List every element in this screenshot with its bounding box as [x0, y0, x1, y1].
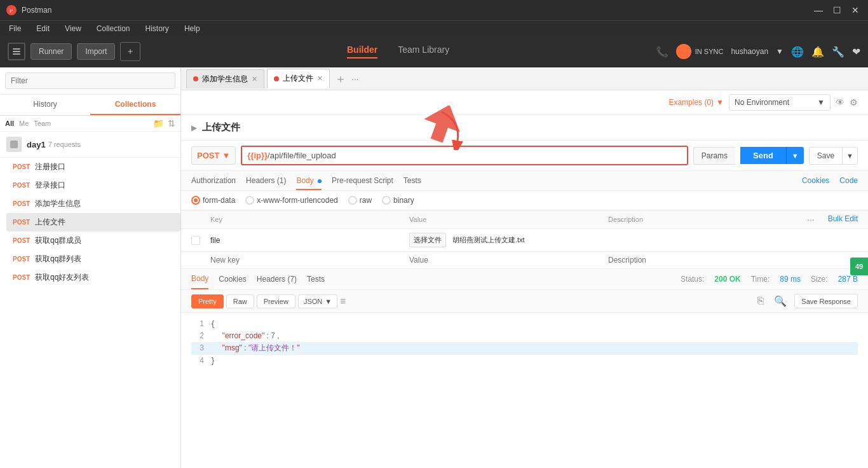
response-tab-headers[interactable]: Headers (7): [257, 270, 297, 289]
menu-help[interactable]: Help: [182, 24, 203, 33]
copy-icon[interactable]: ⎘: [755, 294, 766, 308]
import-button[interactable]: Import: [77, 43, 115, 60]
preview-btn[interactable]: Preview: [257, 294, 295, 308]
format-select[interactable]: JSON ▼: [298, 294, 337, 308]
bulk-edit-btn[interactable]: Bulk Edit: [828, 214, 858, 224]
more-icon[interactable]: ···: [807, 214, 815, 224]
globe-icon[interactable]: 🌐: [791, 46, 804, 58]
request-tab-1[interactable]: 上传文件 ✕: [267, 69, 330, 88]
json-brace: }: [212, 355, 214, 367]
close-btn[interactable]: ✕: [849, 5, 862, 15]
user-dropdown-icon[interactable]: ▼: [776, 47, 783, 56]
list-item[interactable]: POST 获取qq群成员: [6, 231, 180, 250]
menu-history[interactable]: History: [143, 24, 172, 33]
list-item[interactable]: POST 添加学生信息: [6, 195, 180, 213]
radio-binary[interactable]: binary: [382, 196, 414, 205]
radio-urlencoded[interactable]: x-www-form-urlencoded: [245, 196, 337, 205]
filter-all[interactable]: All: [5, 120, 14, 127]
tab-collections[interactable]: Collections: [90, 95, 180, 115]
raw-btn[interactable]: Raw: [226, 294, 254, 308]
row-key[interactable]: file: [210, 236, 409, 245]
eye-icon[interactable]: 👁: [836, 97, 844, 107]
settings-icon[interactable]: ⚙: [850, 97, 858, 107]
json-content: "msg" : "请上传文件！": [212, 342, 299, 354]
more-tabs-button[interactable]: ···: [349, 74, 362, 84]
wrench-icon[interactable]: 🔧: [832, 46, 844, 58]
list-item[interactable]: POST 获取qq群列表: [6, 250, 180, 268]
request-tabs: 添加学生信息 ✕ 上传文件 ✕ ＋ ···: [181, 67, 868, 90]
list-item[interactable]: POST 获取qq好友列表: [6, 268, 180, 287]
json-content: "error_code" : 7 ,: [212, 330, 280, 342]
phone-icon[interactable]: 📞: [656, 46, 668, 58]
cookies-link[interactable]: Cookies: [802, 176, 829, 185]
json-value: "请上传文件！": [248, 343, 300, 352]
title-bar-controls[interactable]: — ☐ ✕: [811, 5, 862, 15]
tab-builder[interactable]: Builder: [347, 45, 377, 59]
new-tab-button[interactable]: ＋: [120, 42, 140, 61]
response-tab-body[interactable]: Body: [191, 269, 208, 289]
code-link[interactable]: Code: [839, 176, 858, 185]
tab-authorization[interactable]: Authorization: [191, 171, 236, 190]
tab-pre-request[interactable]: Pre-request Script: [332, 171, 393, 190]
tab-tests[interactable]: Tests: [403, 171, 421, 190]
search-icon[interactable]: 🔍: [771, 294, 789, 308]
new-desc-input[interactable]: [608, 256, 807, 265]
heart-icon[interactable]: ❤: [852, 46, 860, 58]
examples-link[interactable]: Examples (0) ▼: [668, 98, 724, 107]
send-button[interactable]: Send: [740, 147, 786, 164]
collection-header[interactable]: day1 7 requests: [0, 132, 180, 158]
new-value-input[interactable]: [409, 256, 608, 265]
tab-close-btn[interactable]: ✕: [317, 74, 323, 83]
radio-form-data[interactable]: form-data: [191, 196, 235, 205]
filter-me[interactable]: Me: [19, 120, 29, 127]
list-item[interactable]: POST 注册接口: [6, 158, 180, 176]
sort-icon[interactable]: ⇅: [168, 118, 175, 128]
tab-team-library[interactable]: Team Library: [398, 45, 449, 59]
params-button[interactable]: Params: [693, 147, 735, 165]
save-button[interactable]: Save: [809, 147, 842, 165]
list-item-active[interactable]: POST 上传文件: [6, 213, 180, 231]
url-input-box[interactable]: {{ip}} /api/file/file_upload: [241, 146, 688, 165]
pretty-btn[interactable]: Pretty: [191, 294, 224, 308]
menu-file[interactable]: File: [6, 24, 24, 33]
radio-raw[interactable]: raw: [348, 196, 372, 205]
row-value: 选择文件 胡绍燕测试上传文建.txt: [409, 233, 608, 247]
add-tab-button[interactable]: ＋: [332, 71, 349, 86]
save-dropdown-button[interactable]: ▼: [842, 147, 858, 165]
minimize-btn[interactable]: —: [811, 5, 825, 15]
row-checkbox[interactable]: [191, 236, 210, 245]
menu-edit[interactable]: Edit: [34, 24, 52, 33]
sidebar-toggle-btn[interactable]: [8, 43, 25, 60]
runner-button[interactable]: Runner: [31, 43, 72, 60]
send-dropdown-button[interactable]: ▼: [786, 147, 804, 164]
tab-close-btn[interactable]: ✕: [252, 75, 257, 83]
env-bar: Examples (0) ▼ No Environment ▼ 👁 ⚙: [181, 90, 868, 115]
filter-team[interactable]: Team: [34, 120, 51, 127]
response-tab-tests[interactable]: Tests: [307, 270, 325, 289]
bell-icon[interactable]: 🔔: [811, 46, 824, 58]
collapse-arrow-icon[interactable]: ▶: [191, 123, 197, 132]
menu-collection[interactable]: Collection: [94, 24, 133, 33]
menu-view[interactable]: View: [62, 24, 84, 33]
save-response-btn[interactable]: Save Response: [794, 294, 858, 308]
tab-history[interactable]: History: [0, 95, 90, 115]
new-key-input[interactable]: [210, 256, 409, 265]
form-table: Key Value Description ··· Bulk Edit file…: [181, 210, 868, 268]
list-item[interactable]: POST 登录接口: [6, 176, 180, 195]
search-input[interactable]: [5, 72, 175, 89]
environment-select[interactable]: No Environment ▼: [729, 94, 831, 111]
wrap-icon[interactable]: ≡: [340, 296, 346, 307]
user-name[interactable]: hushaoyan: [731, 47, 768, 56]
maximize-btn[interactable]: ☐: [831, 5, 844, 15]
add-folder-icon[interactable]: 📁: [153, 118, 164, 128]
method-select[interactable]: POST ▼: [191, 146, 236, 165]
body-dot-indicator: [318, 179, 322, 183]
tab-headers[interactable]: Headers (1): [246, 171, 286, 190]
tab-body[interactable]: Body: [296, 171, 322, 190]
examples-chevron-icon: ▼: [716, 98, 724, 107]
file-select-button[interactable]: 选择文件: [409, 233, 446, 247]
request-tab-0[interactable]: 添加学生信息 ✕: [186, 69, 264, 88]
corner-badge[interactable]: 49: [850, 258, 868, 275]
request-title: 上传文件: [202, 121, 240, 134]
response-tab-cookies[interactable]: Cookies: [219, 270, 246, 289]
